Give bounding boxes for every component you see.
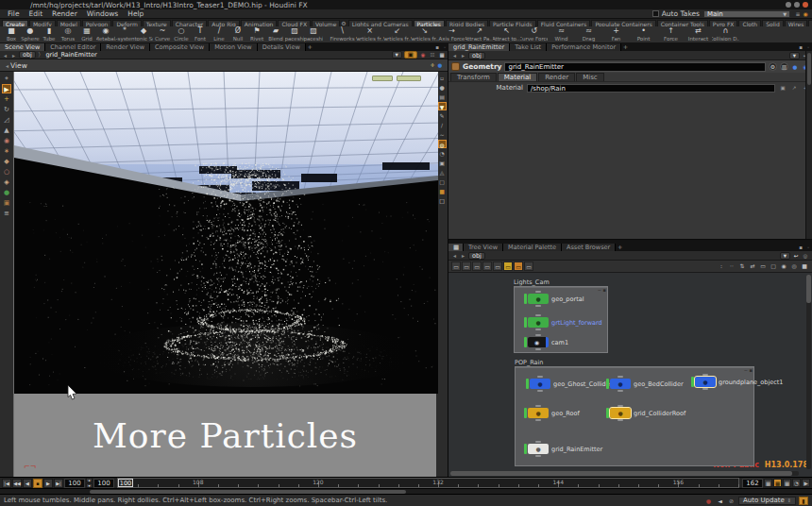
shelf-gear-icon[interactable]: ⚙ <box>341 20 346 26</box>
playbar-option-icon-4[interactable]: ▶ <box>802 479 810 487</box>
jump-end-button[interactable]: ▶| <box>54 479 63 488</box>
network-split-icon[interactable]: ◦ <box>804 244 812 251</box>
net-nodeshape-icon-2[interactable]: ▭ <box>472 261 482 271</box>
node-display-flag[interactable] <box>606 408 609 418</box>
network-box-body[interactable]: − ▪●geo_Ghost_Collider●geo_BedCollider●g… <box>515 366 754 466</box>
left-tool-icon-1[interactable]: ▶ <box>2 84 11 93</box>
sync-pane-icon[interactable]: ▣ <box>404 51 417 59</box>
left-tool-icon-6[interactable]: ◉ <box>2 136 11 145</box>
network-find-icon[interactable]: ◎ <box>802 252 809 260</box>
net-view-icon-3[interactable]: ⇄ <box>748 261 757 271</box>
network-undo-icon[interactable]: ↩ <box>792 252 800 260</box>
net-view-icon-6[interactable]: ◉ <box>779 261 788 271</box>
network-canvas[interactable]: Non-Public H13.0.178 Lights_Cam− ▪●geo_p… <box>448 273 812 477</box>
node-groundplane-object1[interactable]: ●groundplane_object1 <box>691 377 783 387</box>
view-tab-arrow-icon[interactable]: ◂ <box>4 62 10 69</box>
globe-icon[interactable]: ● <box>436 61 444 69</box>
shelf-tab-populate-containers[interactable]: Populate Containers <box>591 20 655 26</box>
param-path-chip[interactable]: obj <box>468 52 485 59</box>
node-display-flag[interactable] <box>524 337 527 347</box>
play-reverse-button[interactable]: ◀ <box>23 479 32 488</box>
left-tool-icon-7[interactable]: ∗ <box>2 146 11 156</box>
node-cam1[interactable]: ◉cam1 <box>524 337 568 347</box>
shelf-tab-pyro-fx[interactable]: Pyro FX <box>709 20 738 26</box>
shelf-tool-box[interactable]: ■Box <box>2 26 21 42</box>
left-tool-icon-2[interactable]: + <box>2 94 11 104</box>
shelf-tool-spaceship[interactable]: ▨Spaceship <box>285 26 304 42</box>
playbar-option-icon-0[interactable]: ▦ <box>764 479 772 487</box>
view-tab-label[interactable]: View <box>10 61 27 70</box>
net-view-icon-4[interactable]: ▭ <box>758 261 768 271</box>
forward-arrow-icon[interactable]: ▸ <box>10 52 17 59</box>
shelf-tab-texture[interactable]: Texture <box>143 20 171 26</box>
node-geo-portal[interactable]: ●geo_portal <box>524 294 584 304</box>
left-tool-icon-9[interactable]: ○ <box>2 167 11 177</box>
right-tool-icon-5[interactable]: / <box>438 121 447 129</box>
network-vscroll-thumb[interactable] <box>806 275 811 303</box>
left-tool-icon-12[interactable]: ▣ <box>2 198 11 208</box>
right-tool-icon-2[interactable]: ▤ <box>438 93 447 101</box>
shelf-tab-volume[interactable]: Volume <box>312 20 340 26</box>
playbar-option-icon-1[interactable]: ▦ <box>773 479 782 487</box>
path-dropdown[interactable]: ▾ <box>392 51 402 59</box>
pane-split-icon-2[interactable]: ◦ <box>804 43 812 51</box>
shelf-tool-particles-fr[interactable]: ↙Particles fr... <box>383 26 411 42</box>
right-tool-icon-0[interactable]: ▫ <box>438 74 447 82</box>
network-box-controls[interactable]: − ▪ <box>744 367 753 373</box>
network-path-dropdown[interactable]: ▾ <box>780 252 790 260</box>
shelf-tool-curve-force[interactable]: ↺Curve Force <box>520 26 548 42</box>
right-tool-icon-1[interactable]: ● <box>438 83 447 92</box>
add-pane-tab-right[interactable]: + <box>621 43 630 51</box>
pane-tab-motion-view[interactable]: Motion View <box>210 43 258 51</box>
shelf-tool-sphere[interactable]: ●Sphere <box>21 26 40 42</box>
net-nodeshape-icon-4[interactable]: ▭ <box>493 261 502 271</box>
node-grid-colliderroof[interactable]: ●grid_ColliderRoof <box>606 408 685 418</box>
update-mode-icon[interactable]: ▮ <box>799 497 808 505</box>
add-pane-tab-left[interactable]: + <box>306 43 314 51</box>
range-start-field[interactable]: 100 <box>93 479 114 488</box>
shelf-tool-curve[interactable]: ~Curve <box>153 26 172 42</box>
right-tool-icon-6[interactable]: ~ <box>438 130 447 139</box>
message-log-icon[interactable]: ● <box>704 497 713 505</box>
network-add-tab[interactable]: + <box>616 244 624 251</box>
maximize-button[interactable] <box>794 2 800 8</box>
node-geo-roof[interactable]: ●geo_Roof <box>524 408 580 418</box>
viewport-canvas[interactable] <box>14 72 438 394</box>
right-tool-icon-8[interactable]: ◔ <box>438 149 447 158</box>
param-forward-icon[interactable]: ▸ <box>460 52 466 59</box>
playbar-option-icon-2[interactable]: ▦ <box>783 479 791 487</box>
camera-menu-button[interactable] <box>397 76 421 81</box>
network-back-icon[interactable]: ◂ <box>451 252 458 259</box>
pane-tab-render-view[interactable]: Render View <box>101 43 150 51</box>
current-frame-marker[interactable]: 100 <box>118 479 133 487</box>
left-tool-icon-0[interactable]: ⌖ <box>2 74 11 83</box>
shelf-tool-fan[interactable]: +Fan <box>602 26 630 42</box>
path-node-name[interactable]: grid_RainEmitter <box>45 51 96 59</box>
left-tool-icon-10[interactable]: ◈ <box>2 177 11 187</box>
gear-icon[interactable]: ⚙ <box>769 62 777 71</box>
shelf-tab-cloud-fx[interactable]: Cloud FX <box>278 20 311 26</box>
minimize-button[interactable] <box>786 2 791 8</box>
shelf-tab-fluid-containers[interactable]: Fluid Containers <box>537 20 591 26</box>
net-nodeshape-icon-5[interactable]: ▭ <box>503 261 513 271</box>
back-arrow-icon[interactable]: ◂ <box>2 52 8 59</box>
playbar-option-icon-3[interactable]: ◔ <box>792 479 801 487</box>
shelf-tool-font[interactable]: TFont <box>191 26 210 42</box>
right-tool-icon-9[interactable]: ▣ <box>438 159 447 167</box>
shelf-tool-l-system[interactable]: *L-system <box>115 26 134 42</box>
param-tab-render[interactable]: Render <box>538 73 575 81</box>
menu-file[interactable]: File <box>3 9 25 18</box>
left-tool-icon-11[interactable]: ● <box>2 188 11 197</box>
range-end-field[interactable]: 162 <box>742 479 763 488</box>
net-nodeshape-icon-1[interactable]: ▭ <box>462 261 471 271</box>
shelf-tab-animation[interactable]: Animation <box>241 20 278 26</box>
path-root-chip[interactable]: obj <box>19 51 36 59</box>
shelf-tab-wires[interactable]: Wires <box>785 20 808 26</box>
network-tab-tree-view[interactable]: Tree View <box>464 244 503 251</box>
net-nodeshape-icon-0[interactable]: ▭ <box>451 261 461 271</box>
network-path-chip[interactable]: obj <box>468 252 485 260</box>
network-box-controls[interactable]: − ▪ <box>598 287 606 293</box>
node-geo-ghost-collider[interactable]: ●geo_Ghost_Collider <box>526 379 612 389</box>
stop-button[interactable]: ▪ <box>33 479 42 488</box>
shelf-tool-attract-pa[interactable]: ↗Attract Pa... <box>465 26 493 42</box>
